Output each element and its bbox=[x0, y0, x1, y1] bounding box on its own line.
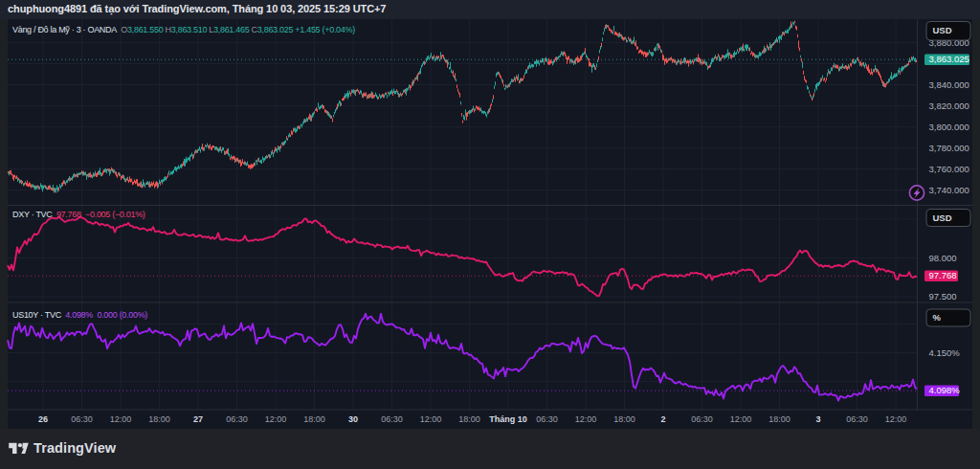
svg-text:3: 3 bbox=[815, 414, 820, 424]
svg-text:18:00: 18:00 bbox=[458, 414, 480, 424]
svg-text:97.768: 97.768 bbox=[929, 270, 957, 280]
svg-text:Tháng 10: Tháng 10 bbox=[489, 414, 527, 424]
svg-text:DXY · TVC 97.768 −0.005 (−0.: DXY · TVC 97.768 −0.005 (−0.01%) bbox=[12, 209, 145, 218]
svg-text:27: 27 bbox=[193, 414, 203, 424]
svg-text:12:00: 12:00 bbox=[420, 414, 442, 424]
svg-text:30: 30 bbox=[348, 414, 358, 424]
svg-text:3,800.000: 3,800.000 bbox=[929, 121, 969, 131]
svg-text:USD: USD bbox=[933, 212, 952, 222]
svg-text:98.000: 98.000 bbox=[929, 252, 957, 262]
svg-text:Vàng / Đô la Mỹ · 3 · OANDA O: Vàng / Đô la Mỹ · 3 · OANDA O3,861.550 H… bbox=[12, 24, 355, 34]
svg-text:18:00: 18:00 bbox=[148, 414, 170, 424]
svg-text:18:00: 18:00 bbox=[303, 414, 325, 424]
svg-text:06:30: 06:30 bbox=[846, 414, 868, 424]
svg-text:4.150%: 4.150% bbox=[929, 346, 961, 357]
svg-text:USD: USD bbox=[933, 24, 952, 34]
svg-text:12:00: 12:00 bbox=[730, 414, 752, 424]
svg-text:3,760.000: 3,760.000 bbox=[929, 163, 969, 173]
svg-text:18:00: 18:00 bbox=[613, 414, 635, 424]
svg-text:12:00: 12:00 bbox=[265, 414, 287, 424]
svg-text:3,780.000: 3,780.000 bbox=[929, 142, 969, 152]
svg-text:06:30: 06:30 bbox=[536, 414, 558, 424]
svg-text:3,840.000: 3,840.000 bbox=[929, 78, 969, 89]
svg-text:18:00: 18:00 bbox=[768, 414, 791, 424]
svg-text:4.098%: 4.098% bbox=[929, 385, 961, 395]
svg-text:97.500: 97.500 bbox=[929, 291, 957, 302]
svg-text:12:00: 12:00 bbox=[575, 414, 597, 424]
svg-text:06:30: 06:30 bbox=[691, 414, 713, 424]
svg-text:2: 2 bbox=[660, 414, 665, 424]
svg-text:12:00: 12:00 bbox=[885, 414, 907, 424]
svg-text:12:00: 12:00 bbox=[110, 414, 132, 424]
svg-text:3,863.025: 3,863.025 bbox=[929, 54, 969, 64]
svg-text:06:30: 06:30 bbox=[71, 414, 93, 424]
svg-text:%: % bbox=[933, 312, 942, 323]
svg-text:06:30: 06:30 bbox=[381, 414, 403, 424]
svg-text:3,740.000: 3,740.000 bbox=[929, 184, 969, 194]
svg-text:06:30: 06:30 bbox=[226, 414, 248, 424]
svg-text:26: 26 bbox=[38, 414, 48, 424]
svg-text:3,820.000: 3,820.000 bbox=[929, 100, 969, 110]
svg-text:US10Y · TVC 4.098% 0.000 (0.: US10Y · TVC 4.098% 0.000 (0.00%) bbox=[12, 310, 147, 320]
